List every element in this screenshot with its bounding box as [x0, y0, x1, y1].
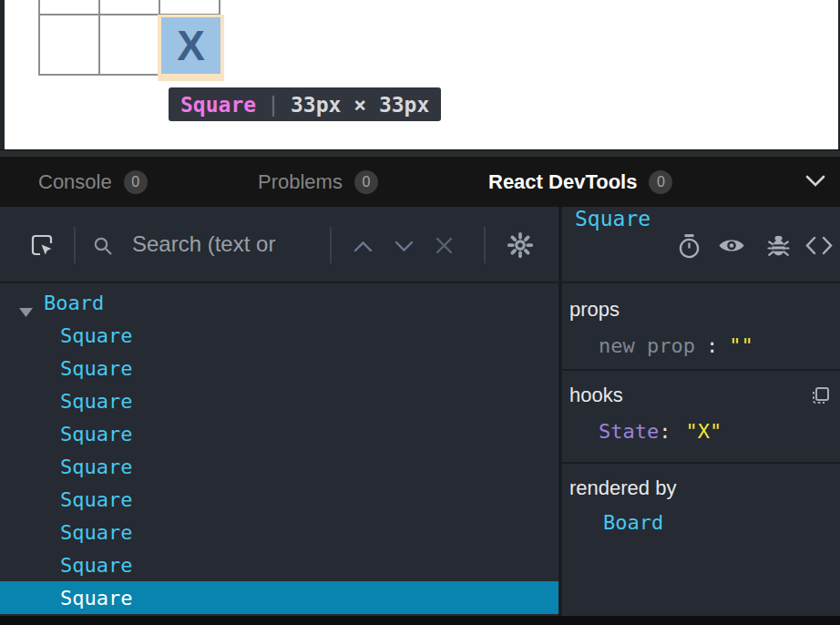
tab-label: Problems	[258, 170, 343, 194]
tree-row-board[interactable]: Board	[0, 286, 558, 319]
dock-resize-handle[interactable]	[0, 149, 840, 157]
colon: :	[659, 420, 671, 443]
new-prop-name-input[interactable]: new prop	[599, 334, 695, 357]
tree-row-label: Square	[0, 324, 132, 347]
rendered-by-section: rendered by Board	[562, 464, 840, 616]
selected-component-title: Square	[575, 207, 650, 231]
rendered-by-header: rendered by	[562, 464, 840, 500]
tree-row-square[interactable]: Square	[0, 384, 558, 417]
tree-row-label: Board	[0, 292, 104, 314]
hook-state-value[interactable]: "X"	[685, 420, 722, 443]
tree-toolbar	[0, 207, 558, 283]
window-bottom-edge	[0, 616, 840, 625]
view-source-code-icon[interactable]	[805, 236, 833, 259]
inspect-element-icon[interactable]	[29, 232, 55, 261]
search-icon	[92, 235, 114, 261]
tab-label: React DevTools	[488, 170, 637, 194]
toolbar-separator	[484, 227, 486, 263]
tooltip-component-name: Square	[180, 93, 256, 117]
tab-label: Console	[38, 170, 112, 194]
search-next-icon[interactable]	[394, 240, 414, 256]
tree-row-label: Square	[0, 554, 132, 577]
tree-row-square[interactable]: Square	[0, 319, 558, 352]
tab-react-devtools[interactable]: React DevTools 0	[488, 157, 672, 207]
component-inspector-panel: Square	[562, 207, 840, 616]
chevron-down-icon[interactable]	[804, 175, 826, 191]
devtools-window: X Square | 33px × 33px Console 0 Problem…	[0, 0, 840, 625]
clear-search-icon[interactable]	[435, 236, 454, 259]
colon: :	[706, 334, 718, 357]
board-cell[interactable]	[40, 15, 98, 74]
hooks-header: hooks	[562, 371, 840, 407]
toolbar-separator	[74, 227, 76, 263]
parse-hook-names-icon[interactable]	[811, 385, 831, 409]
tree-row-label: Square	[0, 423, 132, 446]
tree-row-label: Square	[0, 390, 132, 413]
tree-row-label: Square	[0, 488, 132, 511]
window-edge-left	[0, 0, 5, 149]
inspector-header: Square	[562, 207, 840, 283]
new-prop-value-input[interactable]: ""	[729, 334, 753, 357]
inspect-highlight-cell[interactable]: X	[161, 17, 220, 74]
props-section: props new prop : ""	[562, 285, 840, 371]
page-viewport: X Square | 33px × 33px	[0, 0, 840, 149]
hook-name: State	[599, 420, 659, 443]
settings-gear-icon[interactable]	[507, 231, 534, 262]
tab-console[interactable]: Console 0	[38, 157, 148, 207]
search-input[interactable]	[132, 207, 325, 282]
tooltip-separator: |	[267, 93, 280, 117]
tree-row-label: Square	[0, 456, 132, 478]
component-tree: Board Square Square Square Square Square…	[0, 286, 558, 614]
tooltip-dimensions: 33px × 33px	[291, 93, 429, 117]
tree-row-square[interactable]: Square	[0, 417, 558, 450]
props-header: props	[562, 285, 840, 322]
tab-badge: 0	[354, 170, 378, 194]
tree-row-square[interactable]: Square	[0, 516, 558, 548]
devtools-tabbar: Console 0 Problems 0 React DevTools 0	[0, 157, 840, 207]
tree-row-square-selected[interactable]: Square	[0, 581, 558, 614]
stopwatch-icon[interactable]	[677, 233, 702, 262]
hook-row: State : "X"	[562, 420, 840, 443]
tree-row-square[interactable]: Square	[0, 548, 558, 581]
inspect-tooltip: Square | 33px × 33px	[169, 87, 441, 121]
tab-problems[interactable]: Problems 0	[258, 157, 378, 207]
tab-badge: 0	[124, 170, 148, 194]
search-prev-icon[interactable]	[353, 240, 373, 256]
react-devtools-panel: Board Square Square Square Square Square…	[0, 207, 840, 616]
rendered-by-owner-link[interactable]: Board	[562, 511, 840, 534]
tree-row-label: Square	[0, 357, 132, 380]
board-cell[interactable]	[100, 0, 159, 14]
toolbar-separator	[330, 227, 332, 263]
tree-row-label: Square	[0, 587, 132, 610]
tree-row-square[interactable]: Square	[0, 352, 558, 384]
x-mark: X	[177, 21, 205, 70]
board-cell[interactable]	[160, 0, 219, 14]
hooks-section: hooks State : "X"	[562, 371, 840, 464]
prop-row: new prop : ""	[562, 334, 840, 357]
board-cell[interactable]	[100, 15, 159, 74]
tree-row-square[interactable]: Square	[0, 450, 558, 483]
bug-icon[interactable]	[767, 233, 790, 261]
components-tree-panel: Board Square Square Square Square Square…	[0, 207, 558, 616]
tab-badge: 0	[649, 170, 672, 194]
board-cell[interactable]	[40, 0, 98, 14]
tree-row-square[interactable]: Square	[0, 483, 558, 516]
tree-row-label: Square	[0, 521, 132, 544]
eye-icon[interactable]	[718, 236, 745, 259]
